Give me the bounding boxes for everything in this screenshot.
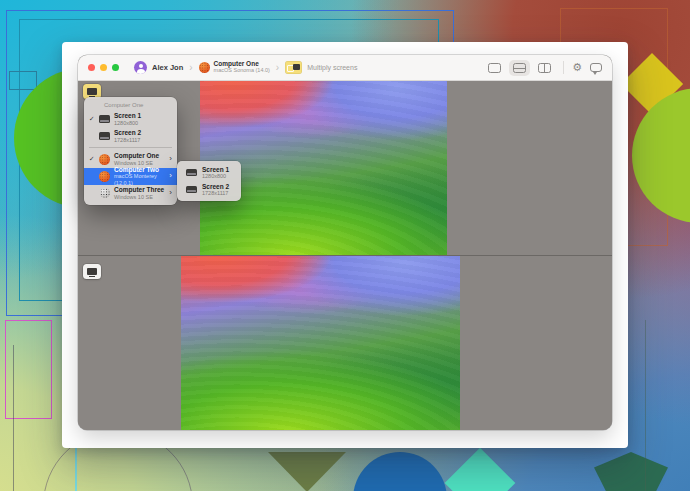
multiply-screens-icon bbox=[285, 61, 302, 74]
menu-item-label: Computer Two bbox=[114, 166, 169, 173]
display-icon bbox=[185, 169, 198, 177]
bg-circle-blue bbox=[353, 452, 447, 491]
submenu-item-screen-1[interactable]: Screen 1 1280x800 bbox=[177, 164, 241, 181]
vertical-split-icon bbox=[538, 63, 551, 73]
close-button[interactable] bbox=[88, 64, 95, 71]
single-screen-view-button[interactable] bbox=[484, 60, 505, 76]
chat-bubble-icon[interactable] bbox=[590, 63, 602, 72]
zoom-button[interactable] bbox=[112, 64, 119, 71]
settings-gear-icon[interactable]: ⚙ bbox=[572, 62, 582, 73]
view-chip: Multiply screens bbox=[285, 61, 357, 74]
menu-item-screen-2[interactable]: Screen 2 1728x1117 bbox=[84, 128, 177, 145]
checkmark-icon: ✓ bbox=[89, 115, 98, 123]
computer-icon bbox=[98, 154, 111, 165]
menu-item-label: Screen 2 bbox=[114, 129, 141, 136]
menu-item-computer-one[interactable]: ✓ Computer One Windows 10 SE › bbox=[84, 151, 177, 168]
bg-line-right bbox=[645, 320, 646, 491]
remote-screen-pane-bottom bbox=[78, 256, 612, 430]
menu-item-label: Screen 1 bbox=[114, 112, 141, 119]
menu-item-label: Computer Three bbox=[114, 186, 164, 193]
menu-item-screen-1[interactable]: ✓ Screen 1 1280x800 bbox=[84, 111, 177, 128]
menu-item-resolution: 1728x1117 bbox=[114, 137, 141, 143]
bg-line-dark bbox=[13, 345, 14, 491]
menu-item-computer-two[interactable]: Computer Two macOS Monterey (12.0.1) › bbox=[84, 168, 177, 185]
submenu-item-resolution: 1728x1117 bbox=[202, 190, 229, 196]
titlebar: Alex Jon › Computer One macOS Sonoma (14… bbox=[78, 55, 612, 81]
menu-item-os: macOS Monterey (12.0.1) bbox=[114, 173, 169, 185]
bg-rect-small bbox=[9, 71, 37, 90]
desktop-stage: Alex Jon › Computer One macOS Sonoma (14… bbox=[0, 0, 690, 491]
menu-item-os: Windows 10 SE bbox=[114, 160, 159, 166]
bg-line-cyan bbox=[75, 448, 77, 491]
submenu-item-label: Screen 1 bbox=[202, 166, 229, 173]
display-icon bbox=[87, 88, 97, 95]
user-avatar-icon bbox=[134, 61, 147, 74]
minimize-button[interactable] bbox=[100, 64, 107, 71]
computer-two-submenu: Screen 1 1280x800 Screen 2 1728x1117 bbox=[177, 161, 241, 201]
computer-icon bbox=[199, 62, 210, 73]
horizontal-split-view-button[interactable] bbox=[509, 60, 530, 76]
breadcrumb-chevron-icon: › bbox=[276, 63, 279, 73]
horizontal-split-icon bbox=[513, 63, 526, 73]
screen-menu-button[interactable] bbox=[83, 264, 101, 279]
single-screen-icon bbox=[488, 63, 501, 73]
submenu-chevron-icon: › bbox=[169, 189, 172, 197]
menu-item-os: Windows 10 SE bbox=[114, 194, 164, 200]
menu-item-resolution: 1280x800 bbox=[114, 120, 141, 126]
checkmark-icon: ✓ bbox=[89, 155, 98, 163]
computer-icon bbox=[98, 171, 111, 182]
computer-chip[interactable]: Computer One macOS Sonoma (14.0) bbox=[199, 61, 270, 74]
toolbar-divider bbox=[563, 61, 564, 74]
display-icon bbox=[87, 268, 97, 275]
computer-os: macOS Sonoma (14.0) bbox=[214, 68, 270, 74]
display-icon bbox=[98, 115, 111, 123]
submenu-item-label: Screen 2 bbox=[202, 183, 229, 190]
menu-header: Computer One bbox=[84, 100, 177, 111]
menu-separator bbox=[89, 147, 172, 148]
user-name: Alex Jon bbox=[152, 63, 183, 72]
display-icon bbox=[98, 132, 111, 140]
submenu-item-screen-2[interactable]: Screen 2 1728x1117 bbox=[177, 181, 241, 198]
titlebar-actions: ⚙ bbox=[484, 60, 602, 76]
user-chip[interactable]: Alex Jon bbox=[124, 61, 183, 74]
display-icon bbox=[185, 186, 198, 194]
view-label: Multiply screens bbox=[307, 64, 357, 71]
submenu-item-resolution: 1280x800 bbox=[202, 173, 229, 179]
breadcrumb-chevron-icon: › bbox=[189, 63, 192, 73]
remote-desktop-bottom[interactable] bbox=[181, 256, 460, 430]
bg-pentagon-green bbox=[594, 452, 668, 491]
vertical-split-view-button[interactable] bbox=[534, 60, 555, 76]
computer-icon bbox=[98, 188, 111, 198]
menu-item-label: Computer One bbox=[114, 152, 159, 159]
submenu-chevron-icon: › bbox=[169, 155, 172, 163]
menu-item-computer-three[interactable]: Computer Three Windows 10 SE › bbox=[84, 185, 177, 202]
bg-triangle-olive bbox=[268, 452, 346, 491]
submenu-chevron-icon: › bbox=[169, 172, 172, 180]
screens-menu: Computer One ✓ Screen 1 1280x800 Screen … bbox=[84, 97, 177, 205]
bg-diamond-teal bbox=[445, 448, 516, 491]
